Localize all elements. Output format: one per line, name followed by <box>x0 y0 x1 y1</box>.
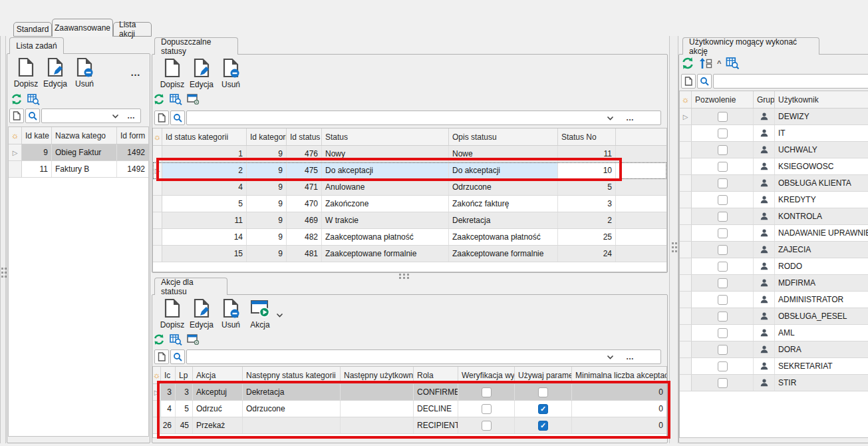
table-row[interactable]: 1 9 476 Nowy Nowe 11 <box>153 146 666 162</box>
horizontal-splitter-grip[interactable] <box>399 274 401 276</box>
middle-right-splitter[interactable] <box>669 36 678 443</box>
tasks-delete-button[interactable]: Usuń <box>69 57 100 89</box>
permission-checkbox[interactable] <box>718 262 728 272</box>
table-row[interactable]: KSIEGOWOSC <box>680 158 868 175</box>
statuses-delete-button[interactable]: Usuń <box>216 58 246 89</box>
grid-search-icon[interactable] <box>27 94 40 105</box>
verification-checkbox[interactable] <box>482 387 492 397</box>
tasks-search-button[interactable] <box>25 109 40 123</box>
table-row[interactable]: 26 45 Przekaż RECIPIENT 0 <box>153 417 666 434</box>
table-row[interactable]: 14 9 482 Zaakceptowana płatność Zaakcept… <box>153 229 666 246</box>
use-params-checkbox[interactable] <box>538 421 548 431</box>
refresh-icon[interactable] <box>681 57 694 70</box>
permission-checkbox[interactable] <box>718 162 728 172</box>
users-filter-input[interactable] <box>713 74 868 89</box>
permission-checkbox[interactable] <box>718 145 728 155</box>
permission-checkbox[interactable] <box>718 112 728 122</box>
column-header-rola[interactable]: Rola <box>414 367 458 383</box>
column-header-nastepny-uzytkownik[interactable]: Następny użytkowni <box>341 367 414 383</box>
table-row[interactable]: STIR <box>680 375 868 391</box>
column-header-uzywaj-parametrow[interactable]: Używaj paramet <box>515 367 572 383</box>
permission-checkbox[interactable] <box>718 361 728 371</box>
column-header-nazwa[interactable]: Nazwa katego <box>52 127 117 144</box>
sun-icon[interactable]: ☼ <box>9 127 22 144</box>
tab-akcje-dla-statusu[interactable]: Akcje dla statusu <box>154 278 227 295</box>
table-row[interactable]: ADMINISTRATOR <box>680 292 868 308</box>
verification-checkbox[interactable] <box>482 421 492 431</box>
permission-checkbox[interactable] <box>718 328 728 338</box>
chevron-down-icon[interactable] <box>607 116 614 120</box>
permission-checkbox[interactable] <box>718 212 728 222</box>
permission-checkbox[interactable] <box>718 378 728 388</box>
users-new-filter-button[interactable] <box>681 74 696 89</box>
table-row[interactable]: ZAJECIA <box>680 242 868 258</box>
table-row[interactable]: 11 9 469 W trakcie Dekretacja 2 <box>153 212 666 229</box>
actions-filter-input[interactable]: … <box>186 349 661 364</box>
table-row[interactable]: OBSŁUGA_PESEL <box>680 308 868 325</box>
tab-zaawansowane[interactable]: Zaawansowane <box>52 19 113 37</box>
table-row[interactable]: KREDYTY <box>680 192 868 208</box>
column-header-weryfikacja[interactable]: Weryfikacja wy <box>458 367 515 383</box>
actions-delete-button[interactable]: Usuń <box>216 298 246 330</box>
grid-search-icon[interactable] <box>726 57 740 69</box>
column-header-id-kategori[interactable]: Id kategori <box>247 128 287 145</box>
ellipsis-icon[interactable]: … <box>127 111 135 120</box>
tasks-more-button[interactable]: … <box>130 67 140 78</box>
table-row[interactable]: 15 9 481 Zaakceptowane formalnie Zaakcep… <box>153 246 666 262</box>
column-header-minimalna-liczba[interactable]: Minimalna liczba akceptacji <box>572 367 666 383</box>
table-row[interactable]: SEKRETARIAT <box>680 358 868 375</box>
tasks-edit-button[interactable]: Edycja <box>40 57 71 89</box>
column-header-id[interactable]: Ic <box>161 367 176 383</box>
table-row-selected[interactable]: ▷ DEWIZY <box>680 109 868 125</box>
statuses-new-filter-button[interactable] <box>154 111 169 125</box>
column-header-akcja[interactable]: Akcja <box>193 367 243 383</box>
grid-search-icon[interactable] <box>170 94 182 105</box>
column-chooser-icon[interactable] <box>187 94 200 105</box>
statuses-add-button[interactable]: Dopisz <box>157 58 188 89</box>
actions-search-button[interactable] <box>170 349 185 364</box>
permission-checkbox[interactable] <box>718 228 728 238</box>
tab-lista-akcji[interactable]: Lista akcji <box>113 22 152 37</box>
column-header-uzytkownik[interactable]: Użytkownik <box>775 91 868 108</box>
table-row[interactable]: OBSŁUGA KLIENTA <box>680 175 868 192</box>
refresh-icon[interactable] <box>153 334 165 345</box>
actions-new-filter-button[interactable] <box>154 349 169 364</box>
sort-order-icon[interactable] <box>699 57 712 69</box>
table-row[interactable]: UCHWALY <box>680 142 868 158</box>
column-header-status-no[interactable]: Status No <box>558 128 616 145</box>
table-row[interactable]: 4 9 471 Anulowane Odrzucone 5 <box>153 179 666 196</box>
refresh-icon[interactable] <box>153 93 165 105</box>
table-row[interactable]: NADAWANIE UPRAWNIEN <box>680 225 868 242</box>
tab-dopuszczalne-statusy[interactable]: Dopuszczalne statusy <box>154 37 238 55</box>
table-row[interactable]: ▷ 9 Obieg Faktur 1492 <box>9 144 148 161</box>
tab-standard[interactable]: Standard <box>13 22 52 37</box>
permission-checkbox[interactable] <box>718 278 728 288</box>
table-row[interactable]: KONTROLA <box>680 208 868 225</box>
sun-icon[interactable]: ☼ <box>680 91 692 108</box>
column-header-pozwolenie[interactable]: Pozwolenie <box>692 91 754 108</box>
permission-checkbox[interactable] <box>718 245 728 255</box>
chevron-down-icon[interactable] <box>607 355 614 359</box>
permission-checkbox[interactable] <box>718 345 728 355</box>
use-params-checkbox[interactable] <box>538 404 548 414</box>
column-header-status[interactable]: Status <box>322 128 449 145</box>
column-header-nastepny-status[interactable]: Następny status kategorii <box>243 367 341 383</box>
statuses-filter-input[interactable]: … <box>186 111 661 125</box>
ellipsis-icon[interactable]: … <box>626 352 634 361</box>
table-row[interactable]: IT <box>680 125 868 142</box>
collapse-caret-icon[interactable]: ^ <box>717 59 721 67</box>
sun-icon[interactable]: ☼ <box>153 367 161 383</box>
column-header-grupa[interactable]: Grup <box>754 91 775 108</box>
chevron-down-icon[interactable] <box>112 114 119 118</box>
column-header-id-form[interactable]: Id form <box>117 127 148 144</box>
actions-dropdown-button[interactable] <box>276 310 283 320</box>
permission-checkbox[interactable] <box>718 312 728 322</box>
table-row[interactable]: 5 9 470 Zakończone Zakończ fakturę 3 <box>153 196 666 212</box>
sun-icon[interactable]: ☼ <box>153 128 162 145</box>
table-row[interactable]: 11 Faktury B 1492 <box>9 161 148 178</box>
table-row[interactable]: DORA <box>680 341 868 358</box>
use-params-checkbox[interactable] <box>538 387 548 397</box>
grid-search-icon[interactable] <box>170 334 182 345</box>
column-header-opis-statusu[interactable]: Opis statusu <box>449 128 558 145</box>
left-splitter[interactable] <box>0 36 6 443</box>
